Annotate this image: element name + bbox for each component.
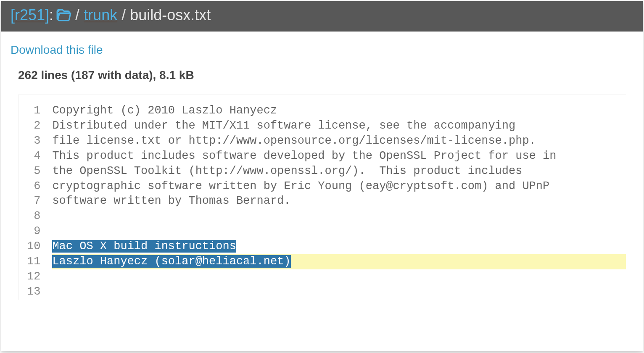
code-line[interactable]: 6cryptographic software written by Eric …: [18, 179, 626, 194]
code-line[interactable]: 5the OpenSSL Toolkit (http://www.openssl…: [18, 164, 626, 179]
folder-open-icon[interactable]: [56, 7, 72, 23]
code-viewer: 1Copyright (c) 2010 Laszlo Hanyecz2Distr…: [18, 95, 626, 300]
line-content[interactable]: Laszlo Hanyecz (solar@heliacal.net): [52, 254, 626, 269]
line-content[interactable]: [52, 285, 626, 300]
revision-link[interactable]: r251: [15, 6, 45, 24]
download-section: Download this file: [1, 32, 643, 57]
selected-text: Mac OS X build instructions: [52, 240, 236, 253]
code-line[interactable]: 2Distributed under the MIT/X11 software …: [18, 119, 626, 134]
line-content[interactable]: software written by Thomas Bernard.: [52, 194, 626, 209]
code-table: 1Copyright (c) 2010 Laszlo Hanyecz2Distr…: [18, 103, 626, 300]
code-line[interactable]: 8: [18, 209, 626, 224]
line-number[interactable]: 2: [18, 119, 52, 134]
breadcrumb-separator: /: [121, 6, 127, 24]
code-line[interactable]: 4This product includes software develope…: [18, 149, 626, 164]
line-number[interactable]: 9: [18, 224, 52, 239]
line-number[interactable]: 13: [18, 285, 52, 300]
code-line[interactable]: 9: [18, 224, 626, 239]
line-content[interactable]: [52, 269, 626, 285]
line-content[interactable]: Mac OS X build instructions: [52, 239, 626, 254]
line-number[interactable]: 12: [18, 269, 52, 285]
code-line[interactable]: 3file license.txt or http://www.opensour…: [18, 134, 626, 149]
line-content[interactable]: file license.txt or http://www.opensourc…: [52, 134, 626, 149]
selected-text: Laszlo Hanyecz (solar@heliacal.net): [52, 255, 290, 268]
code-line[interactable]: 10Mac OS X build instructions: [18, 239, 626, 254]
page-body: Download this file 262 lines (187 with d…: [1, 32, 643, 300]
code-line[interactable]: 12: [18, 269, 626, 285]
line-number[interactable]: 6: [18, 179, 52, 194]
breadcrumb-separator: /: [74, 6, 80, 24]
line-number[interactable]: 5: [18, 164, 52, 179]
page-container: [r251]: / trunk / build-osx.txt Download…: [1, 1, 643, 351]
line-content[interactable]: Distributed under the MIT/X11 software l…: [52, 119, 626, 134]
code-line[interactable]: 7software written by Thomas Bernard.: [18, 194, 626, 209]
trunk-link[interactable]: trunk: [84, 6, 117, 24]
line-number[interactable]: 1: [18, 103, 52, 119]
code-body: 1Copyright (c) 2010 Laszlo Hanyecz2Distr…: [18, 103, 626, 300]
line-number[interactable]: 11: [18, 254, 52, 269]
breadcrumb-filename: build-osx.txt: [130, 6, 211, 24]
line-number[interactable]: 3: [18, 134, 52, 149]
line-number[interactable]: 7: [18, 194, 52, 209]
line-content[interactable]: the OpenSSL Toolkit (http://www.openssl.…: [52, 164, 626, 179]
file-stats: 262 lines (187 with data), 8.1 kB: [1, 57, 643, 82]
line-number[interactable]: 4: [18, 149, 52, 164]
line-number[interactable]: 10: [18, 239, 52, 254]
line-content[interactable]: [52, 224, 626, 239]
line-content[interactable]: Copyright (c) 2010 Laszlo Hanyecz: [52, 103, 626, 119]
download-link[interactable]: Download this file: [11, 43, 103, 56]
breadcrumb: [r251]:: [11, 6, 53, 24]
breadcrumb-header: [r251]: / trunk / build-osx.txt: [1, 1, 643, 32]
code-line[interactable]: 13: [18, 285, 626, 300]
line-number[interactable]: 8: [18, 209, 52, 224]
line-content[interactable]: [52, 209, 626, 224]
code-line[interactable]: 11Laszlo Hanyecz (solar@heliacal.net): [18, 254, 626, 269]
code-line[interactable]: 1Copyright (c) 2010 Laszlo Hanyecz: [18, 103, 626, 119]
line-content[interactable]: This product includes software developed…: [52, 149, 626, 164]
line-content[interactable]: cryptographic software written by Eric Y…: [52, 179, 626, 194]
